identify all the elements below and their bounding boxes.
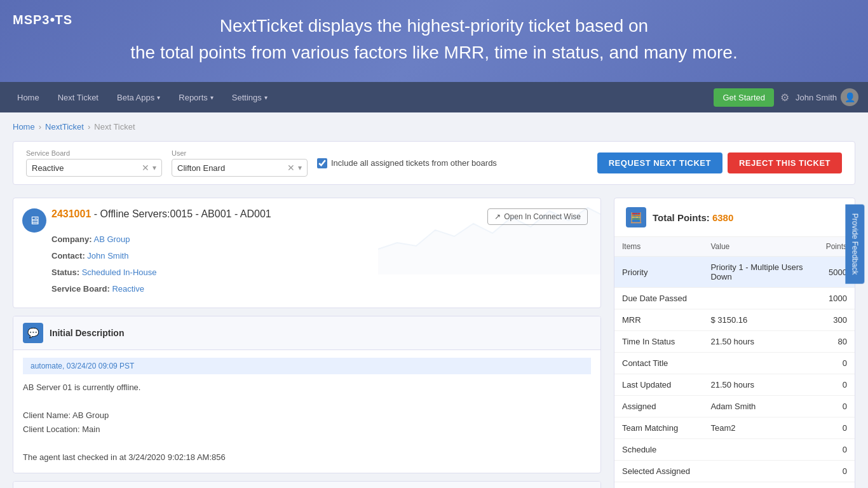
- status-link[interactable]: Scheduled In-House: [82, 268, 157, 277]
- user-clear[interactable]: ✕: [287, 163, 295, 173]
- table-row: Contact Title 0: [614, 353, 855, 374]
- company-link[interactable]: AB Group: [93, 234, 130, 244]
- row-points: 0: [818, 439, 855, 461]
- row-value: Priority 1 - Multiple Users Down: [703, 257, 818, 288]
- nav-beta-apps[interactable]: Beta Apps: [109, 84, 168, 111]
- include-label: Include all assigned tickets from other …: [331, 158, 497, 168]
- initial-description-header: 💬 Initial Description: [13, 316, 600, 350]
- table-row: Selected Assigned 0: [614, 461, 855, 482]
- ticket-title: 2431001 - Offline Servers:0015 - AB001 -…: [51, 208, 271, 220]
- points-header: 🧮 Total Points: 6380: [614, 198, 855, 237]
- table-row: Priority Priority 1 - Multiple Users Dow…: [614, 257, 855, 288]
- request-next-ticket-button[interactable]: REQUEST NEXT TICKET: [597, 152, 722, 173]
- row-item: Customer Responded: [614, 482, 703, 489]
- table-row: Assigned Adam Smith 0: [614, 396, 855, 417]
- main-content: Home › NextTicket › Next Ticket Service …: [0, 112, 868, 488]
- row-points: 1000: [818, 288, 855, 309]
- row-value: [703, 439, 818, 461]
- user-info: John Smith 👤: [796, 88, 858, 106]
- row-value: 21.50 hours: [703, 331, 818, 353]
- filter-actions: REQUEST NEXT TICKET REJECT THIS TICKET: [597, 152, 842, 173]
- row-item: Last Updated: [614, 374, 703, 396]
- row-value: $ 3150.16: [703, 309, 818, 331]
- nav-right: Get Started ⚙ John Smith 👤: [714, 88, 858, 107]
- row-points: 0: [818, 417, 855, 439]
- filter-bar: Service Board ✕ ▾ User ✕ ▾ Include all a…: [13, 141, 855, 185]
- row-item: Schedule: [614, 439, 703, 461]
- ticket-layout: 🖥 2431001 - Offline Servers:0015 - AB001…: [13, 198, 855, 488]
- table-row: Last Updated 21.50 hours 0: [614, 374, 855, 396]
- breadcrumb-sep1: ›: [39, 122, 41, 132]
- description-timestamp: automate, 03/24/20 09:09 PST: [23, 358, 591, 374]
- row-value: Team2: [703, 417, 818, 439]
- breadcrumb-home[interactable]: Home: [13, 122, 35, 132]
- calculator-icon: 🧮: [626, 207, 646, 227]
- contact-link[interactable]: John Smith: [87, 251, 128, 261]
- user-select[interactable]: ✕ ▾: [172, 159, 308, 177]
- get-started-button[interactable]: Get Started: [714, 88, 773, 107]
- table-row: Team Matching Team2 0: [614, 417, 855, 439]
- breadcrumb-sep2: ›: [88, 122, 90, 132]
- navbar: Home Next Ticket Beta Apps Reports Setti…: [0, 82, 868, 112]
- row-points: 300: [818, 309, 855, 331]
- user-input[interactable]: [177, 163, 284, 173]
- service-board-clear[interactable]: ✕: [142, 163, 149, 173]
- nav-next-ticket[interactable]: Next Ticket: [50, 84, 106, 111]
- tagline: NextTicket displays the highest-priority…: [0, 13, 868, 66]
- points-title: Total Points: 6380: [653, 212, 733, 223]
- app-logo: MSP3⦁TS: [13, 11, 72, 28]
- user-name: John Smith: [796, 93, 837, 102]
- service-board-label: Service Board: [26, 149, 162, 157]
- user-arrow[interactable]: ▾: [298, 163, 302, 172]
- include-checkbox-label[interactable]: Include all assigned tickets from other …: [317, 158, 588, 168]
- row-value: [703, 482, 818, 489]
- service-board-input[interactable]: [32, 163, 139, 173]
- breadcrumb-nextticket[interactable]: NextTicket: [45, 122, 84, 132]
- row-item: Contact Title: [614, 353, 703, 374]
- row-item: MRR: [614, 309, 703, 331]
- row-value: 21.50 hours: [703, 374, 818, 396]
- row-value: Adam Smith: [703, 396, 818, 417]
- nav-home[interactable]: Home: [10, 84, 47, 111]
- background-chart: [378, 198, 600, 274]
- points-panel: 🧮 Total Points: 6380 Items Value Points …: [614, 198, 855, 488]
- breadcrumb-current: Next Ticket: [94, 122, 135, 132]
- user-label: User: [172, 149, 308, 157]
- service-board-group: Service Board ✕ ▾: [26, 149, 162, 177]
- table-row: Schedule 0: [614, 439, 855, 461]
- initial-description-card: 💬 Initial Description automate, 03/24/20…: [13, 316, 601, 473]
- nav-settings[interactable]: Settings: [224, 84, 275, 111]
- table-row: Customer Responded 0: [614, 482, 855, 489]
- include-checkbox[interactable]: [317, 158, 327, 168]
- row-points: 0: [818, 396, 855, 417]
- service-board-link[interactable]: Reactive: [112, 284, 144, 294]
- row-item: Time In Status: [614, 331, 703, 353]
- row-item: Selected Assigned: [614, 461, 703, 482]
- user-group: User ✕ ▾: [172, 149, 308, 177]
- reject-ticket-button[interactable]: REJECT THIS TICKET: [728, 152, 842, 173]
- table-row: Time In Status 21.50 hours 80: [614, 331, 855, 353]
- description-text: AB Server 01 is currently offline. Clien…: [23, 381, 591, 465]
- feedback-tab[interactable]: Provide Feedback: [846, 205, 865, 284]
- col-value: Value: [703, 237, 818, 257]
- service-board-arrow[interactable]: ▾: [153, 163, 156, 172]
- description-icon: 💬: [23, 323, 43, 343]
- description-body: automate, 03/24/20 09:09 PST AB Server 0…: [13, 350, 600, 473]
- points-table: Items Value Points Priority Priority 1 -…: [614, 237, 855, 488]
- row-points: 0: [818, 482, 855, 489]
- nav-reports[interactable]: Reports: [171, 84, 221, 111]
- ticket-left: 🖥 2431001 - Offline Servers:0015 - AB001…: [13, 198, 601, 488]
- row-points: 0: [818, 353, 855, 374]
- points-total-value: 6380: [712, 212, 733, 223]
- gear-icon[interactable]: ⚙: [780, 92, 789, 104]
- table-row: Due Date Passed 1000: [614, 288, 855, 309]
- col-items: Items: [614, 237, 703, 257]
- description-title: Initial Description: [50, 328, 124, 338]
- row-value: [703, 353, 818, 374]
- breadcrumb: Home › NextTicket › Next Ticket: [13, 122, 855, 132]
- row-value: [703, 461, 818, 482]
- ticket-number-link[interactable]: 2431001: [51, 208, 91, 219]
- service-board-select[interactable]: ✕ ▾: [26, 159, 162, 177]
- nav-links: Home Next Ticket Beta Apps Reports Setti…: [10, 84, 714, 111]
- row-item: Due Date Passed: [614, 288, 703, 309]
